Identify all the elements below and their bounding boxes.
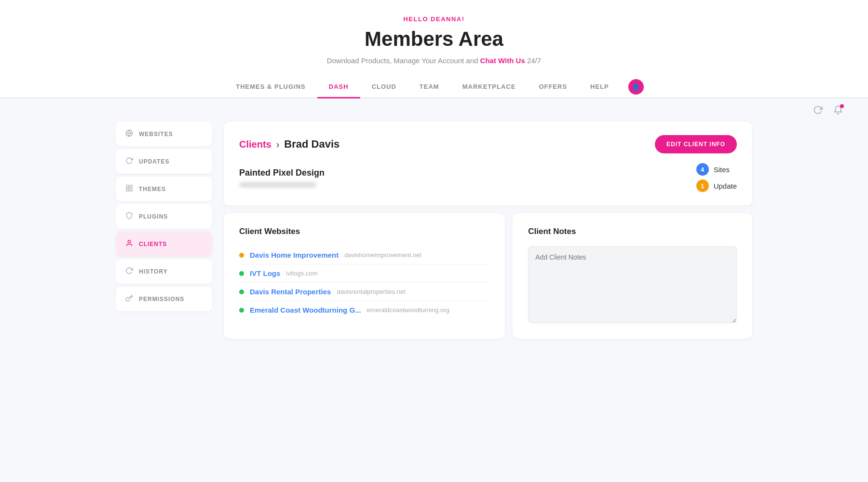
websites-icon	[125, 129, 133, 138]
website-url: emeraldcoastwoodturning.org	[367, 306, 449, 314]
lower-row: Client Websites Davis Home Improvement d…	[224, 213, 752, 339]
nav-item-marketplace[interactable]: MARKETPLACE	[451, 76, 528, 98]
nav-item-dash[interactable]: DASH	[317, 76, 360, 98]
permissions-icon	[125, 294, 133, 303]
status-dot	[239, 289, 244, 294]
sidebar-label-history: HISTORY	[139, 268, 168, 275]
nav-item-cloud[interactable]: CLOUD	[360, 76, 408, 98]
websites-card: Client Websites Davis Home Improvement d…	[224, 213, 505, 339]
plugins-icon	[125, 212, 133, 221]
main-container: WEBSITES UPDATES THEMES PLUGINS CLIENTS	[96, 122, 772, 358]
nav-item-help[interactable]: HELP	[579, 76, 621, 98]
breadcrumb-arrow: ›	[276, 139, 280, 150]
updates-icon	[125, 157, 133, 166]
sidebar-item-themes[interactable]: THEMES	[116, 177, 212, 201]
list-item: Emerald Coast Woodturning G... emeraldco…	[239, 301, 489, 319]
sidebar-label-clients: CLIENTS	[139, 241, 167, 248]
website-url: ivtlogs.com	[286, 270, 317, 277]
website-url: davisrentalproperties.net	[337, 288, 405, 295]
page-title: Members Area	[0, 28, 868, 51]
sites-badge: 4	[696, 163, 709, 176]
content-area: Clients › Brad Davis EDIT CLIENT INFO Pa…	[224, 122, 752, 339]
sidebar-label-updates: UPDATES	[139, 158, 169, 165]
website-name[interactable]: Davis Home Improvement	[250, 251, 339, 259]
sites-label: Sites	[714, 165, 730, 174]
list-item: Davis Rental Properties davisrentalprope…	[239, 283, 489, 301]
status-dot	[239, 308, 244, 313]
svg-rect-4	[126, 189, 129, 191]
user-avatar[interactable]: 👤	[628, 79, 644, 95]
notifications-icon[interactable]	[831, 103, 845, 117]
website-name[interactable]: IVT Logs	[250, 269, 280, 277]
status-dot	[239, 253, 244, 258]
header: HELLO DEANNA! Members Area Download Prod…	[0, 0, 868, 98]
updates-label: Update	[714, 182, 737, 190]
main-nav: THEMES & PLUGINS DASH CLOUD TEAM MARKETP…	[0, 76, 868, 98]
sidebar-item-plugins[interactable]: PLUGINS	[116, 204, 212, 229]
clients-icon	[125, 239, 133, 248]
breadcrumb-row: Clients › Brad Davis EDIT CLIENT INFO	[239, 135, 737, 153]
client-header-card: Clients › Brad Davis EDIT CLIENT INFO Pa…	[224, 122, 752, 206]
sidebar-item-updates[interactable]: UPDATES	[116, 149, 212, 174]
nav-item-team[interactable]: TEAM	[408, 76, 451, 98]
sidebar-label-websites: WEBSITES	[139, 131, 173, 138]
stat-sites: 4 Sites	[696, 163, 737, 176]
refresh-icon[interactable]	[811, 103, 825, 117]
header-subtitle: Download Products, Manage Your Account a…	[0, 56, 868, 65]
client-details: Painted Pixel Design	[239, 168, 325, 188]
notification-badge	[840, 104, 844, 108]
client-company: Painted Pixel Design	[239, 168, 325, 178]
sidebar-item-permissions[interactable]: PERMISSIONS	[116, 287, 212, 311]
client-info-row: Painted Pixel Design 4 Sites 1 Update	[239, 163, 737, 192]
sidebar-label-plugins: PLUGINS	[139, 213, 168, 220]
stat-updates: 1 Update	[696, 179, 737, 192]
notes-card-title: Client Notes	[528, 227, 737, 236]
svg-rect-2	[126, 185, 129, 188]
svg-rect-5	[130, 189, 132, 191]
notes-card: Client Notes	[513, 213, 752, 339]
website-name[interactable]: Davis Rental Properties	[250, 288, 331, 296]
subtitle-text: Download Products, Manage Your Account a…	[327, 56, 480, 65]
sidebar: WEBSITES UPDATES THEMES PLUGINS CLIENTS	[116, 122, 212, 339]
sidebar-item-history[interactable]: HISTORY	[116, 259, 212, 284]
websites-card-title: Client Websites	[239, 227, 489, 236]
svg-point-6	[128, 240, 130, 243]
toolbar	[0, 98, 868, 122]
chat-link[interactable]: Chat With Us	[480, 56, 525, 65]
notes-textarea[interactable]	[528, 246, 737, 323]
client-email-blurred	[239, 182, 316, 188]
website-url: davishomeimprovement.net	[344, 251, 421, 259]
list-item: Davis Home Improvement davishomeimprovem…	[239, 246, 489, 264]
sidebar-item-websites[interactable]: WEBSITES	[116, 122, 212, 146]
website-name[interactable]: Emerald Coast Woodturning G...	[250, 306, 361, 314]
breadcrumb-client-name: Brad Davis	[284, 138, 339, 151]
history-icon	[125, 267, 133, 276]
breadcrumb-clients-link[interactable]: Clients	[239, 139, 271, 150]
sidebar-item-clients[interactable]: CLIENTS	[116, 232, 212, 256]
breadcrumb: Clients › Brad Davis	[239, 138, 339, 151]
nav-item-offers[interactable]: OFFERS	[527, 76, 579, 98]
edit-client-info-button[interactable]: EDIT CLIENT INFO	[655, 135, 737, 153]
svg-rect-3	[130, 185, 132, 188]
nav-item-themes-plugins[interactable]: THEMES & PLUGINS	[224, 76, 317, 98]
status-dot	[239, 271, 244, 276]
greeting: HELLO DEANNA!	[0, 15, 868, 23]
sidebar-label-themes: THEMES	[139, 186, 166, 193]
subtitle-after: 24/7	[527, 56, 541, 65]
sidebar-label-permissions: PERMISSIONS	[139, 296, 184, 303]
client-stats: 4 Sites 1 Update	[696, 163, 737, 192]
updates-badge: 1	[696, 179, 709, 192]
list-item: IVT Logs ivtlogs.com	[239, 264, 489, 283]
themes-icon	[125, 184, 133, 193]
